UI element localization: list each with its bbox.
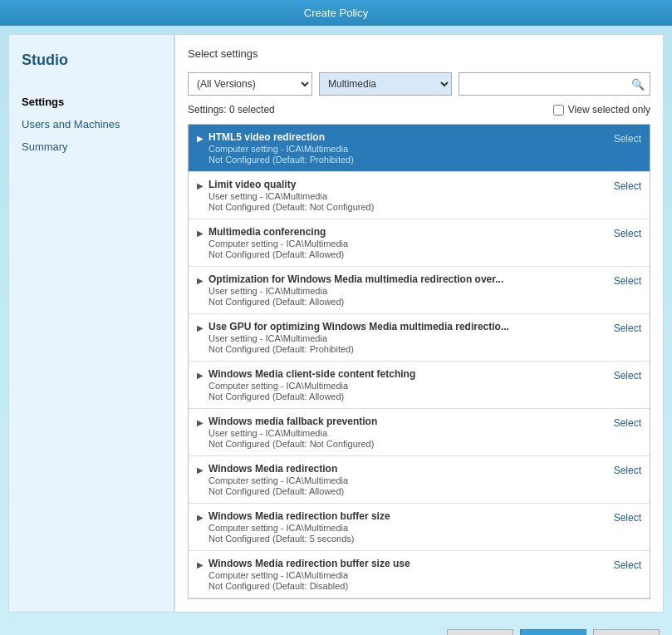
setting-select-link[interactable]: Select [614, 370, 641, 381]
setting-subtitle1: Computer setting - ICA\Multimedia [208, 239, 348, 249]
cancel-button[interactable]: Cancel [593, 629, 660, 635]
setting-select-link[interactable]: Select [614, 228, 641, 239]
expand-arrow: ▶ [197, 513, 204, 522]
setting-subtitle1: User setting - ICA\Multimedia [208, 286, 503, 296]
setting-text: HTML5 video redirection Computer setting… [208, 131, 354, 165]
setting-text: Optimization for Windows Media multimedi… [208, 273, 503, 307]
setting-select-link[interactable]: Select [614, 512, 641, 524]
list-item[interactable]: ▶ Windows Media redirection buffer size … [189, 551, 650, 598]
setting-subtitle1: Computer setting - ICA\Multimedia [208, 475, 348, 485]
list-item[interactable]: ▶ HTML5 video redirection Computer setti… [189, 125, 650, 172]
settings-list: ▶ HTML5 video redirection Computer setti… [188, 124, 650, 599]
setting-select-link[interactable]: Select [614, 133, 641, 145]
expand-arrow: ▶ [197, 465, 204, 475]
list-item[interactable]: ▶ Windows Media redirection Computer set… [189, 456, 650, 504]
sidebar-item-summary[interactable]: Summary [22, 139, 161, 155]
setting-select-link[interactable]: Select [614, 180, 641, 192]
setting-select-link[interactable]: Select [614, 417, 641, 429]
content-area: Select settings (All Versions) XenApp 7.… [174, 34, 664, 613]
filter-row: (All Versions) XenApp 7.x XenDesktop 7.x… [188, 72, 650, 96]
setting-title: Windows media fallback prevention [208, 416, 377, 427]
setting-left: ▶ Limit video quality User setting - ICA… [197, 179, 606, 212]
setting-text: Windows media fallback prevention User s… [208, 416, 377, 449]
title-label: Create Policy [304, 7, 368, 19]
setting-text: Windows Media redirection buffer size Co… [208, 510, 390, 544]
view-selected-container: View selected only [553, 104, 650, 116]
setting-select-link[interactable]: Select [614, 559, 641, 571]
setting-subtitle2: Not Configured (Default: Disabled) [208, 581, 410, 591]
setting-left: ▶ Optimization for Windows Media multime… [197, 273, 606, 307]
status-row: Settings: 0 selected View selected only [188, 104, 650, 116]
setting-subtitle1: Computer setting - ICA\Multimedia [208, 381, 415, 391]
sidebar-title: Studio [22, 52, 161, 69]
expand-arrow: ▶ [197, 181, 204, 190]
sidebar-item-users[interactable]: Users and Machines [22, 116, 161, 132]
list-item[interactable]: ▶ Windows Media client-side content fetc… [189, 362, 650, 409]
setting-text: Use GPU for optimizing Windows Media mul… [208, 321, 509, 354]
sidebar-nav: Settings Users and Machines Summary [22, 94, 161, 155]
section-label: Select settings [188, 47, 650, 60]
setting-title: Windows Media client-side content fetchi… [208, 368, 415, 380]
setting-subtitle2: Not Configured (Default: Not Configured) [208, 439, 377, 449]
setting-left: ▶ Windows media fallback prevention User… [197, 416, 606, 449]
setting-left: ▶ Windows Media client-side content fetc… [197, 368, 606, 401]
setting-title: Use GPU for optimizing Windows Media mul… [208, 321, 509, 332]
setting-subtitle1: Computer setting - ICA\Multimedia [208, 523, 390, 533]
version-dropdown[interactable]: (All Versions) XenApp 7.x XenDesktop 7.x [188, 72, 312, 96]
setting-left: ▶ Windows Media redirection buffer size … [197, 558, 606, 591]
search-input[interactable] [464, 78, 631, 90]
search-icon: 🔍 [631, 78, 645, 91]
expand-arrow: ▶ [197, 560, 204, 569]
setting-subtitle2: Not Configured (Default: Prohibited) [208, 344, 509, 354]
list-item[interactable]: ▶ Use GPU for optimizing Windows Media m… [189, 314, 650, 362]
expand-arrow: ▶ [197, 229, 204, 238]
setting-subtitle2: Not Configured (Default: Allowed) [208, 391, 415, 401]
title-bar: Create Policy [0, 0, 672, 26]
setting-title: Optimization for Windows Media multimedi… [208, 273, 503, 285]
setting-subtitle1: User setting - ICA\Multimedia [208, 333, 509, 343]
status-text: Settings: 0 selected [188, 104, 275, 116]
setting-select-link[interactable]: Select [614, 322, 641, 334]
category-dropdown[interactable]: Multimedia ICA HDX Printing [319, 72, 452, 96]
setting-subtitle2: Not Configured (Default: Not Configured) [208, 202, 374, 212]
setting-subtitle2: Not Configured (Default: 5 seconds) [208, 534, 390, 544]
next-button[interactable]: Next [520, 629, 586, 635]
setting-text: Limit video quality User setting - ICA\M… [208, 179, 374, 212]
view-selected-checkbox[interactable] [553, 105, 564, 116]
setting-subtitle2: Not Configured (Default: Allowed) [208, 297, 503, 307]
setting-select-link[interactable]: Select [614, 275, 641, 287]
setting-select-link[interactable]: Select [614, 465, 641, 476]
setting-subtitle1: Computer setting - ICA\Multimedia [208, 144, 354, 154]
setting-left: ▶ Multimedia conferencing Computer setti… [197, 226, 606, 259]
setting-title: Windows Media redirection buffer size us… [208, 558, 410, 569]
setting-left: ▶ HTML5 video redirection Computer setti… [197, 131, 606, 165]
sidebar-item-settings[interactable]: Settings [22, 94, 161, 110]
setting-text: Windows Media redirection Computer setti… [208, 463, 348, 496]
bottom-buttons: Back Next Cancel [0, 621, 672, 635]
setting-title: HTML5 video redirection [208, 131, 354, 143]
view-selected-label: View selected only [568, 104, 650, 116]
setting-title: Windows Media redirection buffer size [208, 510, 390, 522]
list-item[interactable]: ▶ Multimedia conferencing Computer setti… [189, 219, 650, 267]
list-item[interactable]: ▶ Windows media fallback prevention User… [189, 409, 650, 456]
setting-left: ▶ Windows Media redirection Computer set… [197, 463, 606, 496]
setting-title: Multimedia conferencing [208, 226, 348, 238]
list-item[interactable]: ▶ Limit video quality User setting - ICA… [189, 172, 650, 219]
setting-title: Limit video quality [208, 179, 374, 190]
list-item[interactable]: ▶ Windows Media redirection buffer size … [189, 504, 650, 551]
setting-text: Windows Media redirection buffer size us… [208, 558, 410, 591]
expand-arrow: ▶ [197, 323, 204, 332]
setting-subtitle1: User setting - ICA\Multimedia [208, 428, 377, 438]
list-item[interactable]: ▶ Optimization for Windows Media multime… [189, 267, 650, 314]
expand-arrow: ▶ [197, 371, 204, 380]
setting-subtitle2: Not Configured (Default: Prohibited) [208, 155, 354, 165]
setting-left: ▶ Use GPU for optimizing Windows Media m… [197, 321, 606, 354]
expand-arrow: ▶ [197, 276, 204, 285]
setting-title: Windows Media redirection [208, 463, 348, 475]
expand-arrow: ▶ [197, 418, 204, 427]
sidebar: Studio Settings Users and Machines Summa… [8, 34, 174, 613]
back-button[interactable]: Back [447, 629, 513, 635]
expand-arrow: ▶ [197, 134, 204, 143]
setting-subtitle2: Not Configured (Default: Allowed) [208, 486, 348, 496]
search-box[interactable]: 🔍 [459, 72, 650, 96]
